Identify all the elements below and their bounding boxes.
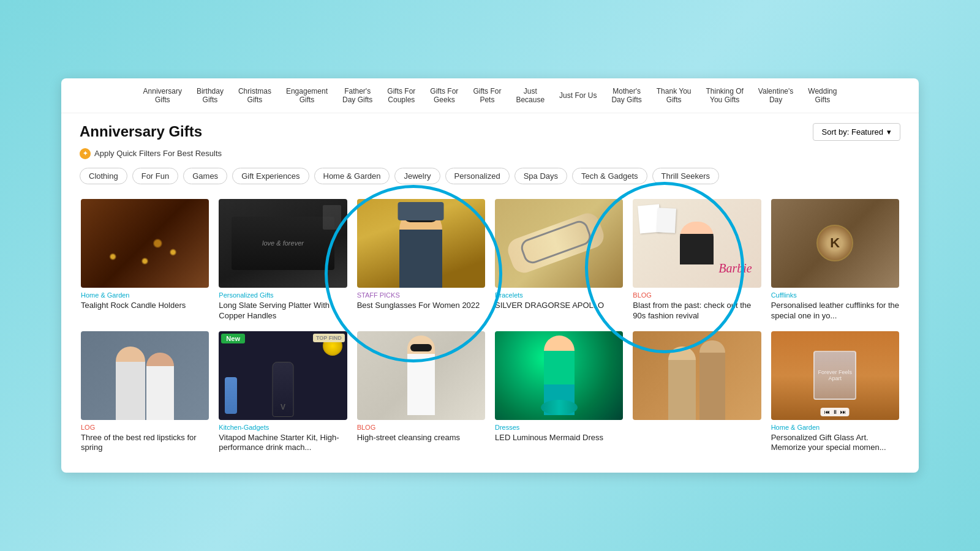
product-image-slate: love & forever (219, 199, 347, 288)
nav-item-birthday[interactable]: BirthdayGifts (190, 84, 230, 107)
product-card-slate[interactable]: love & forever Personalized Gifts Long S… (214, 194, 352, 326)
product-name-vitapod: Vitapod Machine Starter Kit, High-perfor… (219, 433, 347, 454)
sort-label: Sort by: Featured (822, 127, 883, 137)
nav-item-just-because[interactable]: JustBecause (510, 84, 551, 107)
product-image-sunglasses (357, 199, 485, 288)
product-card-vitapod[interactable]: New TOP FIND V Kitchen-Gadgets Vitapod M… (214, 326, 352, 459)
nav-item-valentines[interactable]: Valentine'sDay (752, 84, 799, 107)
nav-item-engagement[interactable]: EngagementGifts (280, 84, 334, 107)
product-card-candles[interactable]: Home & Garden Tealight Rock Candle Holde… (76, 194, 214, 326)
product-name-candles: Tealight Rock Candle Holders (81, 301, 209, 311)
product-image-fashion (633, 331, 761, 420)
nav-item-thinking-of-you[interactable]: Thinking OfYou Gifts (700, 84, 750, 107)
filter-icon: ✦ (80, 148, 91, 159)
tag-home-garden[interactable]: Home & Garden (314, 168, 390, 184)
chevron-down-icon: ▾ (887, 127, 891, 137)
product-card-mermaid[interactable]: Dresses LED Luminous Mermaid Dress (490, 326, 628, 459)
product-card-cleansing[interactable]: BLOG High-street cleansing creams (352, 326, 490, 459)
tag-gift-experiences[interactable]: Gift Experiences (232, 168, 309, 184)
product-card-cufflinks[interactable]: K Cufflinks Personalised leather cufflin… (766, 194, 904, 326)
nav-item-wedding[interactable]: WeddingGifts (802, 84, 843, 107)
product-category-sunglasses: STAFF PICKS (357, 291, 485, 299)
product-name-slate: Long Slate Serving Platter With Copper H… (219, 301, 347, 321)
product-card-sunglasses[interactable]: STAFF PICKS Best Sunglasses For Women 20… (352, 194, 490, 326)
product-name-cleansing: High-street cleansing creams (357, 433, 485, 443)
nav-item-anniversary[interactable]: AnniversaryGifts (137, 84, 188, 107)
product-category-glass-art: Home & Garden (771, 424, 899, 431)
page-title: Anniversary Gifts (80, 123, 202, 140)
nav-item-gifts-pets[interactable]: Gifts ForPets (467, 84, 507, 107)
nav-item-mothers-day[interactable]: Mother'sDay Gifts (605, 84, 647, 107)
tag-jewelry[interactable]: Jewelry (394, 168, 440, 184)
tag-thrill-seekers[interactable]: Thrill Seekers (652, 168, 719, 184)
category-tags: Clothing For Fun Games Gift Experiences … (61, 165, 919, 194)
product-name-bracelet: SILVER DRAGORSE APOLLO (495, 301, 623, 311)
product-card-lipstick[interactable]: LOG Three of the best red lipsticks for … (76, 326, 214, 459)
tag-clothing[interactable]: Clothing (80, 168, 127, 184)
product-card-bracelet[interactable]: Bracelets SILVER DRAGORSE APOLLO (490, 194, 628, 326)
product-image-vitapod: V (219, 331, 347, 420)
product-image-glass-art: Forever Feels Apart ⏮⏸⏭ (771, 331, 899, 420)
product-name-glass-art: Personalized Gift Glass Art. Memorize yo… (771, 433, 899, 454)
quick-filters-bar: ✦ Apply Quick Filters For Best Results (61, 146, 919, 165)
badge-new: New (221, 334, 245, 343)
product-name-lipstick: Three of the best red lipsticks for spri… (81, 433, 209, 454)
product-card-glass-art[interactable]: Forever Feels Apart ⏮⏸⏭ Home & Garden Pe… (766, 326, 904, 459)
tag-personalized[interactable]: Personalized (445, 168, 510, 184)
product-category-cufflinks: Cufflinks (771, 291, 899, 299)
product-image-cleansing (357, 331, 485, 420)
nav-item-gifts-geeks[interactable]: Gifts ForGeeks (424, 84, 464, 107)
product-grid: Home & Garden Tealight Rock Candle Holde… (61, 194, 919, 473)
product-name-blog1: Blast from the past: check out the 90s f… (633, 301, 761, 321)
product-image-blog1: Barbie (633, 199, 761, 288)
nav-item-just-for-us[interactable]: Just For Us (553, 89, 603, 102)
product-card-fashion[interactable] (628, 326, 766, 459)
product-category-vitapod: Kitchen-Gadgets (219, 424, 347, 431)
product-category-bracelet: Bracelets (495, 291, 623, 299)
sort-button[interactable]: Sort by: Featured ▾ (813, 123, 900, 141)
product-category-slate: Personalized Gifts (219, 291, 347, 299)
nav-item-thank-you[interactable]: Thank YouGifts (650, 84, 698, 107)
tag-spa-days[interactable]: Spa Days (514, 168, 567, 184)
nav-item-christmas[interactable]: ChristmasGifts (232, 84, 277, 107)
product-category-lipstick: LOG (81, 424, 209, 431)
product-image-mermaid (495, 331, 623, 420)
product-name-sunglasses: Best Sunglasses For Women 2022 (357, 301, 485, 311)
product-image-cufflinks: K (771, 199, 899, 288)
product-name-mermaid: LED Luminous Mermaid Dress (495, 433, 623, 443)
product-category-cleansing: BLOG (357, 424, 485, 431)
tag-for-fun[interactable]: For Fun (132, 168, 179, 184)
product-name-cufflinks: Personalised leather cufflinks for the s… (771, 301, 899, 321)
product-card-blog1[interactable]: Barbie BLOG Blast from the past: check o… (628, 194, 766, 326)
product-image-lipstick (81, 331, 209, 420)
page-header: Anniversary Gifts Sort by: Featured ▾ (61, 113, 919, 146)
nav-item-gifts-couples[interactable]: Gifts ForCouples (381, 84, 421, 107)
product-category-candles: Home & Garden (81, 291, 209, 299)
tag-tech-gadgets[interactable]: Tech & Gadgets (572, 168, 647, 184)
product-image-bracelet (495, 199, 623, 288)
badge-top-find: TOP FIND (313, 334, 345, 342)
product-category-blog1: BLOG (633, 291, 761, 299)
product-grid-wrapper: Home & Garden Tealight Rock Candle Holde… (61, 194, 919, 473)
top-navigation: AnniversaryGifts BirthdayGifts Christmas… (61, 78, 919, 113)
product-image-candles (81, 199, 209, 288)
tag-games[interactable]: Games (183, 168, 227, 184)
quick-filter-label: Apply Quick Filters For Best Results (94, 149, 222, 158)
nav-item-fathers-day[interactable]: Father'sDay Gifts (336, 84, 379, 107)
product-category-mermaid: Dresses (495, 424, 623, 431)
